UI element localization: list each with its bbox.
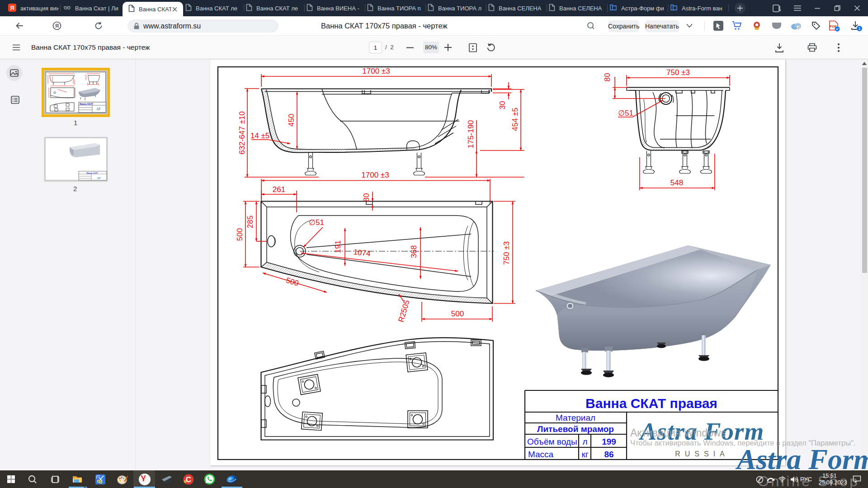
svg-text:C: C (185, 475, 191, 484)
svg-text:Я: Я (55, 23, 59, 28)
svg-text:Ванна СКАТ: Ванна СКАТ (86, 172, 98, 174)
svg-text:Ванна СКАТ: Ванна СКАТ (80, 103, 93, 105)
svg-text:Я: Я (10, 4, 14, 11)
svg-text:AF: AF (97, 176, 101, 180)
svg-text:AF: AF (96, 107, 101, 111)
svg-text:1: 1 (858, 26, 860, 31)
